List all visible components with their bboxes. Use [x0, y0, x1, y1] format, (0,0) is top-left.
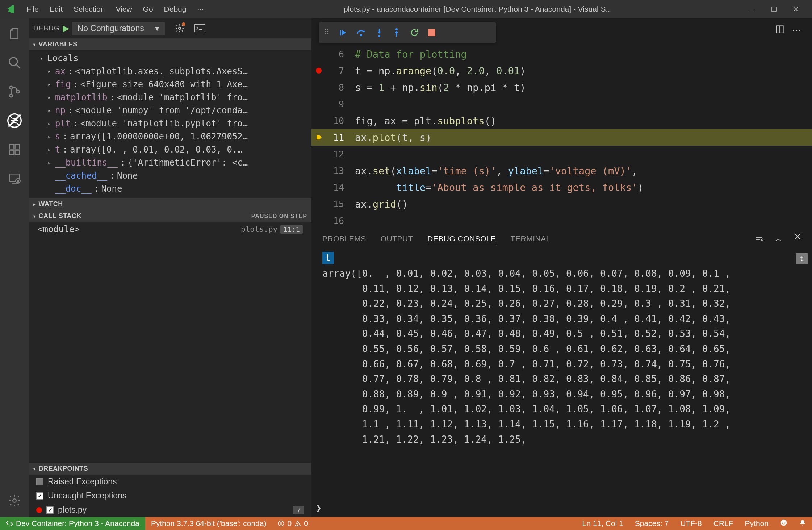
checkbox-icon[interactable]: [36, 478, 43, 485]
breakpoint-uncaught-exceptions[interactable]: ✓ Uncaught Exceptions: [29, 489, 311, 503]
status-cursor-position[interactable]: Ln 11, Col 1: [577, 519, 629, 528]
explorer-icon[interactable]: [5, 25, 24, 43]
callstack-section-header[interactable]: ▾ CALL STACK PAUSED ON STEP: [29, 210, 311, 222]
minimize-button[interactable]: [747, 4, 758, 14]
split-editor-icon[interactable]: [775, 25, 784, 36]
stop-button[interactable]: [428, 29, 435, 36]
variable-row[interactable]: __doc__: None: [29, 182, 311, 195]
drag-handle-icon[interactable]: ⠿: [324, 28, 330, 37]
status-remote[interactable]: Dev Container: Python 3 - Anaconda: [0, 517, 145, 530]
more-actions-icon[interactable]: ⋯: [792, 25, 801, 36]
menu-file[interactable]: File: [21, 3, 44, 15]
variable-row[interactable]: ▸t: array([0. , 0.01, 0.02, 0.03, 0.…: [29, 143, 311, 156]
callstack-status: PAUSED ON STEP: [251, 213, 307, 220]
watch-section-header[interactable]: ▸ WATCH: [29, 198, 311, 210]
start-debug-button[interactable]: ▶: [63, 23, 69, 33]
collapse-panel-icon[interactable]: ︿: [774, 233, 783, 245]
restart-button[interactable]: [410, 28, 419, 37]
continue-button[interactable]: [339, 29, 347, 37]
status-interpreter[interactable]: Python 3.7.3 64-bit ('base': conda): [145, 517, 272, 530]
status-problems[interactable]: 0 0: [272, 517, 314, 530]
dropdown-chevron-icon: ▾: [155, 24, 159, 33]
breakpoint-glyph-icon[interactable]: [316, 68, 322, 74]
variable-row[interactable]: ▸ax: <matplotlib.axes._subplots.AxesS…: [29, 65, 311, 78]
breakpoints-section-header[interactable]: ▾ BREAKPOINTS: [29, 463, 311, 475]
svg-point-20: [178, 27, 181, 30]
svg-text:×: ×: [17, 179, 19, 183]
step-into-button[interactable]: [375, 28, 383, 37]
filter-badge: t: [796, 253, 808, 264]
code-editor[interactable]: 6# Data for plotting 7t = np.arange(0.0,…: [311, 43, 812, 229]
breakpoint-dot-icon: [36, 507, 42, 513]
variable-row[interactable]: __cached__: None: [29, 169, 311, 182]
tab-terminal[interactable]: TERMINAL: [511, 231, 551, 246]
variable-row[interactable]: ▸matplotlib: <module 'matplotlib' fro…: [29, 91, 311, 104]
menu-edit[interactable]: Edit: [44, 3, 68, 15]
remote-explorer-icon[interactable]: ×: [5, 170, 24, 188]
svg-point-7: [10, 94, 13, 97]
close-panel-icon[interactable]: [794, 233, 801, 245]
svg-line-5: [16, 64, 20, 68]
svg-point-42: [297, 525, 298, 526]
status-bar: Dev Container: Python 3 - Anaconda Pytho…: [0, 517, 812, 530]
console-prompt-icon[interactable]: ❯: [316, 502, 322, 513]
close-button[interactable]: [790, 4, 801, 14]
menu-selection[interactable]: Selection: [68, 3, 110, 15]
debug-console[interactable]: t t array([0. , 0.01, 0.02, 0.03, 0.04, …: [311, 248, 812, 517]
debug-settings-icon[interactable]: [175, 24, 184, 33]
step-out-button[interactable]: [393, 28, 401, 37]
status-eol[interactable]: CRLF: [708, 519, 739, 528]
svg-point-45: [784, 522, 786, 523]
debug-sidebar: DEBUG ▶ No Configurations ▾ ▾ VARIABLES …: [29, 18, 311, 517]
checkbox-checked-icon[interactable]: ✓: [36, 492, 43, 500]
menu-view[interactable]: View: [110, 3, 137, 15]
variables-section-header[interactable]: ▾ VARIABLES: [29, 38, 311, 50]
debug-config-dropdown[interactable]: No Configurations ▾: [72, 22, 165, 35]
step-over-button[interactable]: [356, 29, 366, 37]
variable-row[interactable]: ▸np: <module 'numpy' from '/opt/conda…: [29, 104, 311, 117]
tab-debug-console[interactable]: DEBUG CONSOLE: [427, 231, 496, 246]
console-input-echo: t: [322, 252, 334, 264]
variable-row[interactable]: ▸plt: <module 'matplotlib.pyplot' fro…: [29, 117, 311, 130]
status-indentation[interactable]: Spaces: 7: [629, 519, 674, 528]
svg-point-4: [9, 58, 17, 66]
status-feedback-icon[interactable]: [774, 519, 793, 526]
svg-rect-14: [15, 145, 20, 149]
source-control-icon[interactable]: [5, 83, 24, 101]
variable-row[interactable]: ▸s: array([1.00000000e+00, 1.06279052…: [29, 130, 311, 143]
extensions-icon[interactable]: [5, 141, 24, 159]
activity-bar: ×: [0, 18, 29, 517]
stack-frame[interactable]: <module> plots.py 11:1: [29, 222, 311, 237]
tab-output[interactable]: OUTPUT: [381, 231, 413, 246]
watch-label: WATCH: [39, 200, 63, 208]
svg-point-44: [782, 522, 783, 523]
status-language[interactable]: Python: [739, 519, 774, 528]
current-line-glyph-icon: [316, 134, 322, 140]
status-notifications-icon[interactable]: [793, 519, 812, 526]
breakpoints-label: BREAKPOINTS: [39, 465, 88, 472]
search-icon[interactable]: [5, 54, 24, 72]
debug-console-toggle-icon[interactable]: [194, 24, 205, 32]
svg-rect-12: [9, 150, 14, 155]
settings-gear-icon[interactable]: [5, 492, 24, 510]
locals-scope[interactable]: ▾Locals: [29, 52, 311, 65]
debug-icon[interactable]: [5, 112, 24, 130]
breakpoint-raised-exceptions[interactable]: Raised Exceptions: [29, 475, 311, 489]
tab-problems[interactable]: PROBLEMS: [322, 231, 366, 246]
svg-point-8: [17, 90, 20, 93]
svg-rect-13: [15, 150, 20, 155]
variable-row[interactable]: ▸__builtins__: {'ArithmeticError': <c…: [29, 156, 311, 169]
svg-point-27: [395, 28, 398, 30]
menu-go[interactable]: Go: [138, 3, 159, 15]
menu-debug[interactable]: Debug: [159, 3, 192, 15]
status-encoding[interactable]: UTF-8: [674, 519, 708, 528]
debug-config-label: No Configurations: [78, 24, 144, 33]
editor-area: ⠿ ⋯ 6# Data for plotting 7t = np.arange(…: [311, 18, 812, 517]
menu-overflow[interactable]: ···: [192, 3, 209, 15]
variable-row[interactable]: ▸fig: <Figure size 640x480 with 1 Axe…: [29, 78, 311, 91]
breakpoint-file[interactable]: ✓ plots.py 7: [29, 503, 311, 517]
clear-console-icon[interactable]: [755, 233, 763, 245]
svg-rect-21: [195, 25, 205, 32]
maximize-button[interactable]: [769, 4, 779, 14]
checkbox-checked-icon[interactable]: ✓: [46, 506, 54, 514]
